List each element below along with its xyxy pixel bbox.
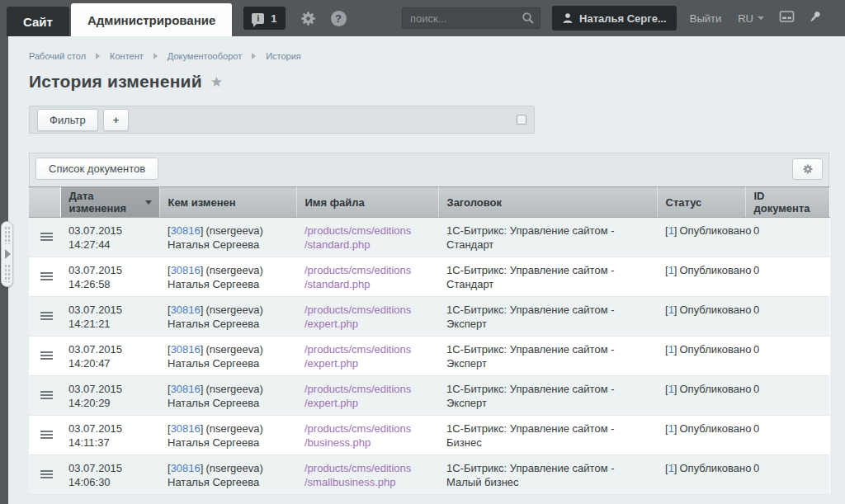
sidebar-expand-handle[interactable] (1, 221, 13, 287)
filter-button[interactable]: Фильтр (37, 109, 98, 131)
cell-changed-by: [30816](nsergeeva) Наталья Сергеева (159, 416, 296, 455)
header-date-label: Дата изменения (69, 190, 127, 214)
row-actions-menu-icon[interactable] (40, 233, 53, 234)
status-id-link[interactable]: 1 (668, 264, 674, 276)
breadcrumb-item-content[interactable]: Контент (110, 51, 144, 61)
status-label: Опубликовано (679, 462, 751, 474)
cell-status: [1]Опубликовано (657, 257, 745, 297)
cell-file-name: /products/cms/editions /standard.php (296, 257, 438, 297)
header-changed-by[interactable]: Кем изменен (159, 187, 296, 218)
status-id-link[interactable]: 1 (668, 422, 674, 435)
status-id-link[interactable]: 1 (668, 224, 674, 237)
header-file-name[interactable]: Имя файла (296, 187, 438, 218)
user-id-link[interactable]: 30816 (171, 462, 201, 474)
breadcrumb-item-history[interactable]: История (266, 51, 301, 61)
user-id-link[interactable]: 30816 (171, 422, 201, 435)
file-path-link[interactable]: /products/cms/editions /expert.php (304, 382, 430, 410)
status-label: Опубликовано (679, 304, 751, 316)
collapsed-sidebar-strip (0, 36, 8, 504)
hotkeys-panel-icon[interactable] (779, 10, 795, 26)
user-login: (nsergeeva) (205, 343, 262, 356)
user-id-link[interactable]: 30816 (171, 383, 201, 395)
cell-changed-by: [30816](nsergeeva) Наталья Сергеева (159, 337, 296, 376)
user-full-name: Наталья Сергеева (168, 436, 288, 450)
user-name: Наталья Серге... (579, 12, 667, 25)
status-id-link[interactable]: 1 (668, 343, 674, 356)
cell-changed-by: [30816](nsergeeva) Наталья Сергеева (159, 455, 296, 495)
date-value: 03.07.2015 (68, 224, 151, 238)
user-id-link[interactable]: 30816 (171, 264, 201, 276)
user-id-link[interactable]: 30816 (171, 343, 201, 356)
file-path-link[interactable]: /products/cms/editions /business.php (304, 422, 430, 450)
user-id-link[interactable]: 30816 (171, 224, 201, 237)
user-menu[interactable]: Наталья Серге... (552, 6, 677, 31)
document-list-tab[interactable]: Список документов (35, 158, 158, 180)
cell-doc-id: 0 (745, 416, 829, 455)
user-login: (nsergeeva) (205, 422, 262, 435)
cell-file-name: /products/cms/editions /expert.php (296, 337, 438, 376)
notifications-informer[interactable]: i 1 (243, 7, 285, 30)
top-bar: Сайт Администрирование i 1 ? (0, 0, 845, 36)
handle-dots (4, 264, 10, 282)
file-path-link[interactable]: /products/cms/editions /standard.php (304, 263, 430, 291)
bracket: ] (201, 343, 204, 356)
pin-icon[interactable] (808, 10, 822, 27)
header-menu-column (29, 187, 60, 218)
status-id-link[interactable]: 1 (668, 462, 674, 474)
header-status[interactable]: Статус (657, 187, 745, 218)
topbar-right-cluster: Наталья Серге... Выйти RU (402, 6, 845, 31)
file-path-link[interactable]: /products/cms/editions /expert.php (304, 303, 430, 331)
status-id-link[interactable]: 1 (668, 304, 674, 316)
user-full-name: Наталья Сергеева (168, 356, 288, 370)
search-input[interactable] (402, 7, 541, 29)
header-doc-id[interactable]: ID документа (745, 187, 829, 218)
settings-gear-icon[interactable] (300, 11, 316, 26)
time-value: 14:26:58 (68, 277, 151, 291)
help-icon-glyph: ? (331, 11, 347, 26)
add-filter-button[interactable]: + (103, 109, 130, 131)
tab-administration[interactable]: Администрирование (71, 3, 232, 36)
logout-link[interactable]: Выйти (690, 12, 722, 25)
file-path-link[interactable]: /products/cms/editions /smallbusiness.ph… (304, 461, 430, 489)
file-path-link[interactable]: /products/cms/editions /standard.php (304, 224, 430, 252)
cell-date: 03.07.2015 14:20:47 (60, 337, 159, 376)
user-id-link[interactable]: 30816 (171, 304, 201, 316)
user-login: (nsergeeva) (205, 304, 262, 316)
expand-arrow-icon (5, 249, 11, 259)
file-path-link[interactable]: /products/cms/editions /expert.php (304, 342, 430, 370)
favorite-star-icon[interactable]: ★ (210, 73, 223, 91)
file-dir: /products/cms/editions (304, 224, 430, 238)
row-actions-menu-icon[interactable] (40, 431, 53, 432)
header-title[interactable]: Заголовок (438, 187, 657, 218)
row-actions-menu-icon[interactable] (40, 470, 53, 472)
cell-changed-by: [30816](nsergeeva) Наталья Сергеева (159, 218, 296, 257)
bracket: ] (674, 224, 677, 237)
status-id-link[interactable]: 1 (668, 383, 674, 395)
user-full-name: Наталья Сергеева (168, 277, 288, 291)
table-row: 03.07.2015 14:26:58 [30816](nsergeeva) Н… (29, 257, 829, 297)
cell-doc-id: 0 (745, 297, 829, 337)
tab-site[interactable]: Сайт (7, 7, 69, 36)
breadcrumb-separator-icon (96, 53, 100, 59)
row-actions-menu-icon[interactable] (40, 312, 53, 313)
row-actions-menu-icon[interactable] (40, 351, 53, 353)
breadcrumb-item-desktop[interactable]: Рабочий стол (29, 51, 86, 61)
row-actions-menu-icon[interactable] (40, 272, 53, 274)
grid-settings-button[interactable] (792, 158, 823, 180)
language-selector[interactable]: RU (738, 12, 764, 25)
search-icon[interactable] (522, 12, 535, 25)
breadcrumb-item-workflow[interactable]: Документооборот (168, 51, 242, 61)
file-dir: /products/cms/editions (304, 382, 430, 396)
header-date[interactable]: Дата изменения (60, 187, 159, 218)
help-icon[interactable]: ? (331, 11, 347, 26)
cell-row-menu (29, 337, 60, 376)
filter-settings-icon[interactable] (517, 115, 526, 125)
table-row: 03.07.2015 14:27:44 [30816](nsergeeva) Н… (29, 218, 829, 257)
table-row: 03.07.2015 14:11:37 [30816](nsergeeva) Н… (29, 416, 829, 455)
row-actions-menu-icon[interactable] (40, 391, 53, 393)
cell-row-menu (29, 416, 60, 455)
file-name: /standard.php (304, 238, 430, 252)
handle-dots (4, 226, 10, 244)
cell-date: 03.07.2015 14:21:21 (60, 297, 159, 337)
bracket: ] (201, 383, 204, 395)
